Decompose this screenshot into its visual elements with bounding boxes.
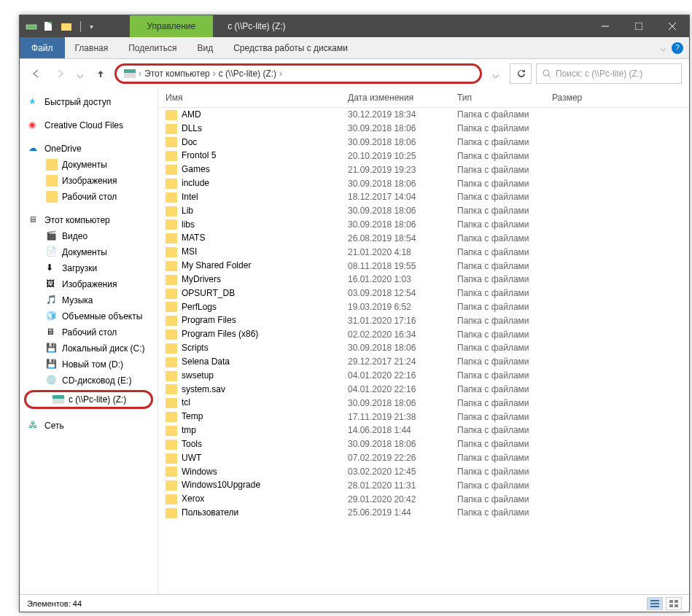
ribbon-collapse-icon[interactable]: ⌵ (661, 43, 666, 53)
sidebar-item[interactable]: Изображения (20, 173, 158, 189)
list-item[interactable]: Games21.09.2019 19:23Папка с файлами (158, 163, 689, 176)
folder-icon (166, 508, 177, 518)
sidebar-item[interactable]: Документы (20, 157, 158, 173)
view-thumbnails-button[interactable] (666, 597, 682, 610)
star-icon: ★ (28, 96, 40, 108)
ribbon-tab-view[interactable]: Вид (187, 37, 223, 58)
search-input[interactable]: Поиск: c (\\Pc-lite) (Z:) (536, 63, 682, 84)
sidebar-label: Документы (62, 160, 107, 170)
sidebar-item[interactable]: 📄Документы (20, 244, 158, 260)
sidebar-item[interactable]: 🧊Объемные объекты (20, 308, 158, 324)
folder-icon (166, 440, 177, 450)
svg-rect-2 (61, 23, 71, 31)
maximize-button[interactable] (622, 15, 656, 37)
list-item[interactable]: Пользователи25.06.2019 1:44Папка с файла… (158, 506, 689, 520)
column-type[interactable]: Тип (450, 88, 545, 107)
sidebar-network[interactable]: 🖧 Сеть (20, 418, 158, 434)
list-item[interactable]: include30.09.2018 18:06Папка с файлами (158, 176, 689, 190)
sidebar-item[interactable]: 🖼Изображения (20, 276, 158, 292)
breadcrumb-this-pc[interactable]: Этот компьютер (144, 69, 210, 79)
column-date[interactable]: Дата изменения (341, 88, 450, 107)
nav-back-button[interactable] (27, 64, 46, 83)
sidebar-item[interactable]: ⬇Загрузки (20, 260, 158, 276)
chevron-right-icon[interactable]: › (213, 69, 216, 79)
ribbon-tab-drive-tools[interactable]: Средства работы с дисками (223, 37, 358, 58)
quick-access-toolbar: │ ▾ (20, 20, 93, 32)
sidebar-item[interactable]: 💿CD-дисковод (E:) (20, 373, 158, 389)
list-item[interactable]: system.sav04.01.2020 22:16Папка с файлам… (158, 383, 689, 397)
list-item[interactable]: Windows10Upgrade28.01.2020 11:31Папка с … (158, 478, 689, 492)
list-item[interactable]: Program Files (x86)02.02.2020 16:34Папка… (158, 327, 689, 341)
list-item[interactable]: MyDrivers16.01.2020 1:03Папка с файлами (158, 273, 689, 286)
list-item[interactable]: Selena Data29.12.2017 21:24Папка с файла… (158, 355, 689, 369)
content-area: ★ Быстрый доступ ◉ Creative Cloud Files … (20, 88, 689, 594)
close-button[interactable] (656, 15, 689, 37)
nav-history-dropdown[interactable]: ⌵ (74, 67, 87, 81)
list-item[interactable]: swsetup04.01.2020 22:16Папка с файлами (158, 369, 689, 383)
sidebar-item[interactable]: 🖥Рабочий стол (20, 324, 158, 340)
breadcrumb-drive[interactable]: c (\\Pc-lite) (Z:) (219, 69, 276, 79)
breadcrumb-bar[interactable]: › Этот компьютер › c (\\Pc-lite) (Z:) › (114, 63, 482, 84)
nav-forward-button[interactable] (50, 64, 69, 83)
list-item[interactable]: My Shared Folder08.11.2018 19:55Папка с … (158, 259, 689, 273)
sidebar-item[interactable]: 🎬Видео (20, 228, 158, 244)
chevron-right-icon[interactable]: › (139, 69, 141, 79)
address-dropdown-icon[interactable]: ⌵ (486, 67, 505, 81)
sidebar-item[interactable]: 💾Новый том (D:) (20, 356, 158, 373)
sidebar-label: Рабочий стол (62, 327, 117, 338)
sidebar-item[interactable]: 🎵Музыка (20, 292, 158, 308)
list-item[interactable]: OPSURT_DB03.09.2018 12:54Папка с файлами (158, 286, 689, 300)
list-item[interactable]: Intel18.12.2017 14:04Папка с файлами (158, 190, 689, 204)
item-icon: ⬇ (46, 262, 58, 274)
list-item[interactable]: Temp17.11.2019 21:38Папка с файлами (158, 410, 689, 424)
properties-icon[interactable] (43, 20, 55, 32)
folder-icon (166, 357, 177, 367)
folder-icon (166, 343, 177, 354)
nav-up-button[interactable] (91, 64, 110, 83)
list-item[interactable]: AMD30.12.2019 18:34Папка с файлами (158, 108, 689, 122)
column-headers: Имя Дата изменения Тип Размер (158, 88, 689, 108)
ribbon-tab-home[interactable]: Главная (65, 37, 119, 58)
list-item[interactable]: tcl30.09.2018 18:06Папка с файлами (158, 396, 689, 410)
sidebar-label: Быстрый доступ (44, 97, 111, 107)
sidebar-onedrive[interactable]: ☁ OneDrive (20, 141, 158, 157)
view-details-button[interactable] (647, 597, 663, 610)
sidebar-label: Изображения (62, 279, 117, 289)
list-item[interactable]: libs30.09.2018 18:06Папка с файлами (158, 218, 689, 232)
navigation-pane: ★ Быстрый доступ ◉ Creative Cloud Files … (20, 88, 158, 594)
list-item[interactable]: Program Files31.01.2020 17:16Папка с фай… (158, 313, 689, 327)
minimize-button[interactable] (588, 15, 622, 37)
ribbon-tab-share[interactable]: Поделиться (118, 37, 187, 58)
chevron-right-icon[interactable]: › (279, 69, 282, 79)
list-item[interactable]: Frontol 520.10.2019 10:25Папка с файлами (158, 149, 689, 163)
sidebar-creative-cloud[interactable]: ◉ Creative Cloud Files (20, 117, 158, 133)
sidebar-item[interactable]: Рабочий стол (20, 189, 158, 205)
qat-dropdown-icon[interactable]: ▾ (90, 23, 93, 31)
list-item[interactable]: MSI21.01.2020 4:18Папка с файлами (158, 245, 689, 259)
list-item[interactable]: Windows03.02.2020 12:45Папка с файлами (158, 465, 689, 479)
sidebar-quick-access[interactable]: ★ Быстрый доступ (20, 94, 158, 110)
list-item[interactable]: Doc30.09.2018 18:06Папка с файлами (158, 136, 689, 149)
list-item[interactable]: tmp14.06.2018 1:44Папка с файлами (158, 424, 689, 437)
sidebar-item[interactable]: 💾Локальный диск (C:) (20, 340, 158, 356)
list-item[interactable]: Scripts30.09.2018 18:06Папка с файлами (158, 341, 689, 355)
list-item[interactable]: UWT07.02.2019 22:26Папка с файлами (158, 451, 689, 465)
titlebar: │ ▾ Управление c (\\Pc-lite) (Z:) (20, 15, 689, 37)
list-item[interactable]: Lib30.09.2018 18:06Папка с файлами (158, 204, 689, 218)
list-item[interactable]: Xerox29.01.2020 20:42Папка с файлами (158, 492, 689, 506)
sidebar-this-pc[interactable]: 🖥 Этот компьютер (20, 212, 158, 228)
help-icon[interactable]: ? (672, 42, 683, 54)
list-item[interactable]: MATS26.08.2019 18:54Папка с файлами (158, 231, 689, 245)
svg-rect-15 (674, 604, 678, 607)
new-folder-icon[interactable] (61, 20, 72, 32)
list-item[interactable]: Tools30.09.2018 18:06Папка с файлами (158, 437, 689, 451)
column-name[interactable]: Имя (158, 88, 341, 107)
refresh-button[interactable] (510, 63, 532, 84)
ribbon-file-tab[interactable]: Файл (20, 37, 65, 58)
list-item[interactable]: DLLs30.09.2018 18:06Папка с файлами (158, 122, 689, 136)
list-item[interactable]: PerfLogs19.03.2019 6:52Папка с файлами (158, 300, 689, 314)
svg-rect-4 (635, 23, 642, 30)
column-size[interactable]: Размер (545, 88, 603, 107)
sidebar-network-drive[interactable]: c (\\Pc-lite) (Z:) (24, 390, 153, 409)
pc-icon: 🖥 (28, 214, 40, 226)
